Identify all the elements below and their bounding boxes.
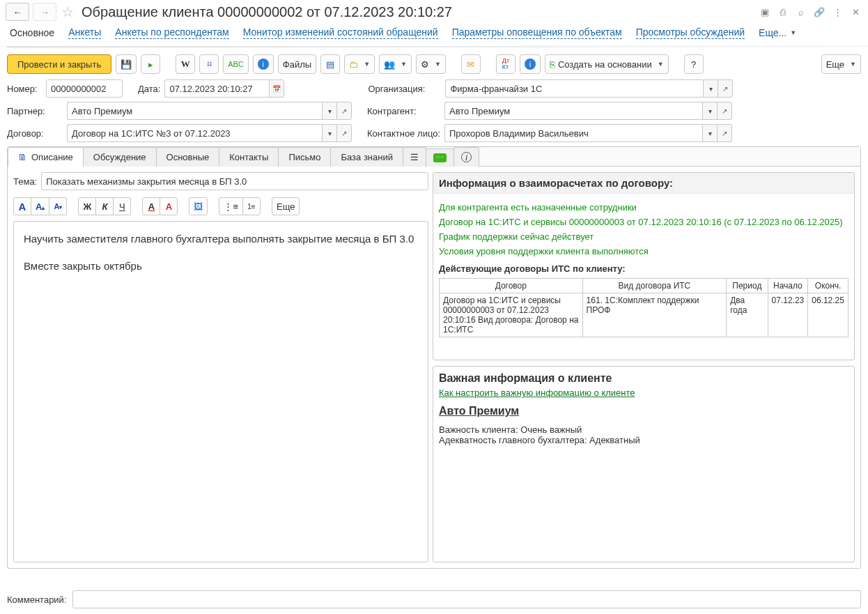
- chevron-down-icon[interactable]: ▾: [322, 102, 337, 120]
- kebab-menu-icon[interactable]: ⋮: [830, 5, 844, 19]
- list-icon-button[interactable]: ▤: [320, 54, 340, 74]
- close-icon[interactable]: ✕: [848, 5, 862, 19]
- create-based-on-button[interactable]: ⎘Создать на основании: [545, 54, 669, 74]
- gear-icon: ⚙: [421, 59, 429, 70]
- contact-label: Контактное лицо:: [367, 128, 440, 139]
- contract-select[interactable]: Договор на 1С:ИТС №3 от 07.12.2023 ▾↗: [67, 124, 352, 142]
- insert-image-button[interactable]: 🖼: [189, 197, 208, 215]
- counterparty-select[interactable]: Авто Премиум ▾↗: [444, 102, 732, 120]
- tab-description[interactable]: 🗎Описание: [8, 147, 84, 167]
- td-period: Два года: [727, 293, 768, 337]
- topic-input[interactable]: Показать механизмы закрытия месяца в БП …: [41, 172, 428, 190]
- bulleted-list-button[interactable]: ⋮≡: [219, 197, 243, 215]
- search-page-icon[interactable]: ⌕: [794, 5, 808, 19]
- floppy-icon: 💾: [121, 59, 132, 70]
- chevron-down-icon[interactable]: ▾: [322, 124, 337, 142]
- number-input[interactable]: 00000000002: [46, 79, 123, 98]
- toolbar-more-button[interactable]: Еще: [821, 54, 861, 74]
- table-row[interactable]: Договор на 1С:ИТС и сервисы 00000000003 …: [440, 293, 848, 337]
- font-smaller-button[interactable]: А▾: [49, 197, 67, 215]
- date-input[interactable]: 07.12.2023 20:10:27 📅: [164, 79, 284, 98]
- wiki-button[interactable]: W: [176, 54, 195, 74]
- tab-main[interactable]: Основные: [156, 147, 220, 167]
- nav-link-state-monitor[interactable]: Монитор изменений состояний обращений: [243, 26, 438, 39]
- post-and-close-button[interactable]: Провести и закрыть: [7, 54, 111, 74]
- underline-icon: Ч: [119, 201, 125, 212]
- td-contract: Договор на 1С:ИТС и сервисы 00000000003 …: [440, 293, 583, 337]
- tab-strip: 🗎Описание Обсуждение Основные Контакты П…: [8, 147, 860, 167]
- th-start: Начало: [768, 279, 808, 293]
- print-icon[interactable]: ⎙: [776, 5, 790, 19]
- contact-value: Прохоров Владимир Васильевич: [444, 124, 702, 142]
- client-name[interactable]: Авто Премиум: [439, 405, 848, 417]
- nav-link-surveys[interactable]: Анкеты: [68, 26, 101, 39]
- tab-contacts[interactable]: Контакты: [219, 147, 279, 167]
- chat-bubble-icon: ⋯: [433, 153, 447, 162]
- open-icon[interactable]: ↗: [336, 124, 352, 142]
- divider: [7, 47, 861, 47]
- org-select[interactable]: Фирма-франчайзи 1С ▾↗: [445, 79, 733, 98]
- save-button[interactable]: 💾: [116, 54, 137, 74]
- th-period: Период: [727, 279, 768, 293]
- info-blue-button[interactable]: i: [253, 54, 274, 74]
- mail-icon: ✉: [467, 59, 474, 70]
- bulleted-list-icon: ⋮≡: [224, 201, 238, 212]
- settlements-line-4: Условия уровня поддержки клиента выполня…: [439, 246, 848, 256]
- nav-main[interactable]: Основное: [10, 27, 54, 38]
- open-icon[interactable]: ↗: [336, 102, 352, 120]
- chevron-down-icon[interactable]: ▾: [702, 102, 718, 120]
- contact-select[interactable]: Прохоров Владимир Васильевич ▾↗: [444, 124, 732, 142]
- spellcheck-button[interactable]: ABC: [223, 54, 249, 74]
- tab-chat-icon[interactable]: ⋯: [426, 148, 454, 167]
- info-blue-button-2[interactable]: i: [520, 54, 541, 74]
- nav-back-button[interactable]: ←: [6, 3, 29, 21]
- bold-button[interactable]: Ж: [78, 197, 96, 215]
- tab-letter[interactable]: Письмо: [278, 147, 331, 167]
- help-button[interactable]: ?: [684, 54, 704, 74]
- highlight-button[interactable]: А: [160, 197, 178, 215]
- nav-link-surveys-respondents[interactable]: Анкеты по респондентам: [115, 26, 228, 39]
- dtkt-button[interactable]: ДтКт: [496, 54, 516, 74]
- nav-link-notify-params[interactable]: Параметры оповещения по объектам: [452, 26, 622, 39]
- post-button[interactable]: ▸: [141, 54, 160, 74]
- open-icon[interactable]: ↗: [718, 79, 733, 98]
- nav-link-discussion-views[interactable]: Просмотры обсуждений: [636, 26, 745, 39]
- folder-icon: 🗀: [349, 59, 358, 70]
- link-icon[interactable]: 🔗: [812, 5, 826, 19]
- mail-button[interactable]: ✉: [461, 54, 481, 74]
- save-icon[interactable]: ▣: [758, 5, 772, 19]
- client-info-line-2: Адекватность главного бухгалтера: Адеква…: [439, 435, 848, 445]
- calendar-icon[interactable]: 📅: [269, 79, 284, 98]
- nav-more-button[interactable]: Еще...: [759, 27, 796, 38]
- gear-dropdown-button[interactable]: ⚙: [416, 54, 446, 74]
- comment-input[interactable]: [72, 590, 862, 608]
- folder-dropdown-button[interactable]: 🗀: [344, 54, 375, 74]
- numbered-list-button[interactable]: 1≡: [242, 197, 261, 215]
- files-button[interactable]: Файлы: [278, 54, 316, 74]
- partner-select[interactable]: Авто Премиум ▾↗: [67, 102, 352, 120]
- tab-info-icon[interactable]: i: [454, 147, 479, 167]
- arrow-left-icon: ←: [13, 7, 22, 17]
- star-icon[interactable]: ☆: [61, 5, 75, 19]
- font-color-button[interactable]: А: [13, 197, 31, 215]
- chevron-down-icon[interactable]: ▾: [703, 79, 718, 98]
- tab-list-icon[interactable]: ☰: [403, 147, 426, 167]
- underline-button[interactable]: Ч: [113, 197, 131, 215]
- spellcheck-icon: ABC: [228, 60, 244, 68]
- nav-forward-button[interactable]: →: [33, 3, 56, 21]
- font-larger-button[interactable]: А▴: [31, 197, 49, 215]
- tab-discussion[interactable]: Обсуждение: [83, 147, 157, 167]
- open-icon[interactable]: ↗: [717, 124, 732, 142]
- debit-credit-icon: ДтКт: [502, 58, 509, 70]
- editor-more-button[interactable]: Еще: [272, 197, 300, 215]
- structure-button[interactable]: ⌗: [199, 54, 219, 74]
- editor-content[interactable]: Научить заместителя главного бухгалтера …: [13, 221, 428, 562]
- chevron-down-icon[interactable]: ▾: [702, 124, 718, 142]
- info-circle-icon: i: [461, 152, 472, 162]
- client-info-config-link[interactable]: Как настроить важную информацию о клиент…: [439, 387, 635, 398]
- users-dropdown-button[interactable]: 👥: [379, 54, 412, 74]
- text-color-button[interactable]: А: [142, 197, 160, 215]
- italic-button[interactable]: К: [95, 197, 114, 215]
- open-icon[interactable]: ↗: [717, 102, 732, 120]
- tab-knowledge-base[interactable]: База знаний: [330, 147, 403, 167]
